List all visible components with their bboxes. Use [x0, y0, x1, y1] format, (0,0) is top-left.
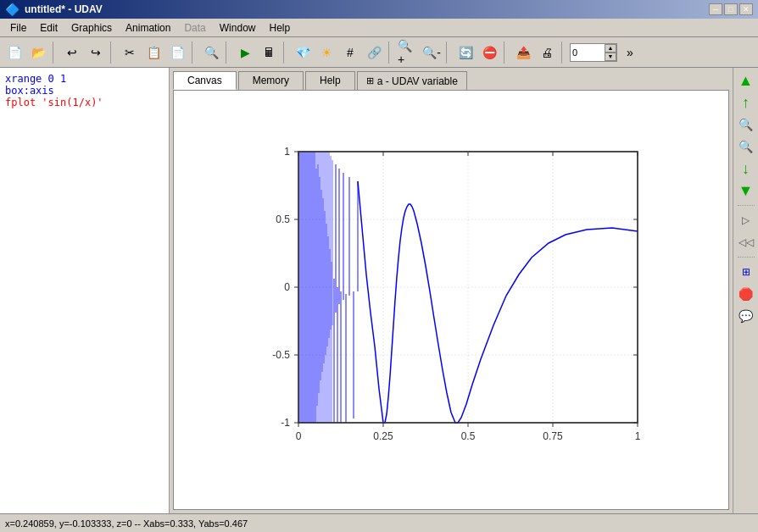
right-sep2: [738, 257, 755, 258]
lasso-button[interactable]: 🔗: [363, 42, 385, 64]
right-zoom-out[interactable]: 🔍: [737, 137, 755, 156]
right-down-arrow[interactable]: ↓: [737, 159, 755, 178]
script-editor[interactable]: xrange 0 1 box:axis fplot 'sin(1/x)': [0, 68, 170, 513]
open-button[interactable]: 📂: [27, 42, 49, 64]
calc-button[interactable]: 🖩: [258, 42, 280, 64]
svg-text:0: 0: [284, 281, 290, 293]
more-button[interactable]: »: [619, 42, 641, 64]
menu-graphics[interactable]: Graphics: [64, 20, 119, 36]
tab-variable-label: a - UDAV variable: [377, 75, 458, 87]
zoom-input[interactable]: [571, 47, 605, 58]
toolbar: 📄 📂 ↩ ↪ ✂ 📋 📄 🔍 ▶ 🖩 💎 ☀ # 🔗 🔍+ 🔍- 🔄 ⛔ 📤 …: [0, 37, 758, 68]
paste-button[interactable]: 📄: [166, 42, 188, 64]
chart-svg: 0 0.25 0.5 0.75 1 1 0.5 0 -0.5 -1: [256, 143, 646, 457]
menu-file[interactable]: File: [3, 20, 33, 36]
window-title: untitled* - UDAV: [25, 3, 103, 15]
right-stop[interactable]: 🛑: [737, 285, 755, 303]
sep3: [192, 42, 197, 64]
svg-text:1: 1: [284, 146, 290, 158]
script-line-1: xrange 0 1: [5, 73, 164, 85]
menu-window[interactable]: Window: [213, 20, 263, 36]
zoom-input-wrap: ▲ ▼: [570, 43, 617, 62]
status-bar: x=0.240859, y=-0.103333, z=0 -- Xabs=0.3…: [0, 513, 758, 532]
run-button[interactable]: ▶: [234, 42, 256, 64]
menu-data: Data: [177, 20, 212, 36]
canvas-area: 0 0.25 0.5 0.75 1 1 0.5 0 -0.5 -1: [173, 90, 729, 510]
maximize-button[interactable]: □: [724, 3, 738, 15]
window-controls: ─ □ ✕: [709, 3, 753, 15]
right-play-back[interactable]: ◁◁: [737, 233, 755, 252]
sep2: [110, 42, 115, 64]
app-icon: 🔷: [5, 3, 20, 16]
title-bar: 🔷 untitled* - UDAV ─ □ ✕: [0, 0, 758, 19]
print-button[interactable]: 🖨: [536, 42, 558, 64]
menu-bar: File Edit Graphics Animation Data Window…: [0, 19, 758, 37]
hash-button[interactable]: #: [339, 42, 361, 64]
menu-edit[interactable]: Edit: [33, 20, 64, 36]
svg-text:1: 1: [635, 430, 641, 442]
zoom-down[interactable]: ▼: [605, 53, 616, 61]
sun-button[interactable]: ☀: [315, 42, 337, 64]
right-panel: ▲ ↑ 🔍 🔍 ↓ ▼ ▷ ◁◁ ⊞ 🛑 💬: [733, 68, 758, 513]
status-text: x=0.240859, y=-0.103333, z=0 -- Xabs=0.3…: [5, 518, 248, 529]
right-down-green[interactable]: ▼: [737, 181, 755, 200]
redo-button[interactable]: ↪: [85, 42, 107, 64]
close-button[interactable]: ✕: [739, 3, 753, 15]
tab-help[interactable]: Help: [305, 71, 355, 90]
svg-text:0.5: 0.5: [461, 430, 476, 442]
zoom-in-button[interactable]: 🔍+: [397, 42, 419, 64]
right-play-forward[interactable]: ▷: [737, 211, 755, 230]
tab-bar: Canvas Memory Help ⊞ a - UDAV variable: [170, 68, 733, 90]
sep1: [53, 42, 58, 64]
sep8: [504, 42, 509, 64]
script-line-3: fplot 'sin(1/x)': [5, 97, 164, 108]
right-up-arrow[interactable]: ↑: [737, 93, 755, 112]
sep5: [283, 42, 288, 64]
sep6: [388, 42, 393, 64]
refresh-button[interactable]: 🔄: [454, 42, 477, 64]
copy-button[interactable]: 📋: [142, 42, 164, 64]
menu-animation[interactable]: Animation: [119, 20, 177, 36]
zoom-up[interactable]: ▲: [605, 44, 616, 53]
right-sep1: [738, 205, 755, 206]
sep7: [446, 42, 451, 64]
svg-text:0.5: 0.5: [276, 213, 290, 225]
right-grid[interactable]: ⊞: [737, 263, 755, 281]
tab-canvas[interactable]: Canvas: [173, 71, 237, 90]
svg-text:0.75: 0.75: [543, 430, 563, 442]
export-button[interactable]: 📤: [512, 42, 534, 64]
find-button[interactable]: 🔍: [200, 42, 222, 64]
sep9: [561, 42, 566, 64]
stop-button[interactable]: ⛔: [478, 42, 500, 64]
sep4: [226, 42, 231, 64]
menu-help[interactable]: Help: [262, 20, 297, 36]
center-panel: Canvas Memory Help ⊞ a - UDAV variable: [170, 68, 733, 513]
main-area: xrange 0 1 box:axis fplot 'sin(1/x)' Can…: [0, 68, 758, 513]
right-info[interactable]: 💬: [737, 307, 755, 325]
cut-button[interactable]: ✂: [119, 42, 141, 64]
svg-text:0.25: 0.25: [373, 430, 393, 442]
undo-button[interactable]: ↩: [61, 42, 83, 64]
script-line-2: box:axis: [5, 85, 164, 97]
zoom-out-button[interactable]: 🔍-: [421, 42, 443, 64]
tab-variable[interactable]: ⊞ a - UDAV variable: [357, 71, 467, 90]
right-up-green[interactable]: ▲: [737, 71, 755, 90]
svg-text:-0.5: -0.5: [272, 349, 290, 361]
svg-text:0: 0: [296, 430, 302, 442]
zoom-spinner[interactable]: ▲ ▼: [605, 44, 616, 61]
tab-memory[interactable]: Memory: [238, 71, 304, 90]
minimize-button[interactable]: ─: [709, 3, 722, 15]
gem-button[interactable]: 💎: [292, 42, 314, 64]
right-zoom-in[interactable]: 🔍: [737, 115, 755, 134]
new-button[interactable]: 📄: [3, 42, 25, 64]
table-icon: ⊞: [366, 75, 374, 86]
svg-text:-1: -1: [281, 417, 290, 429]
